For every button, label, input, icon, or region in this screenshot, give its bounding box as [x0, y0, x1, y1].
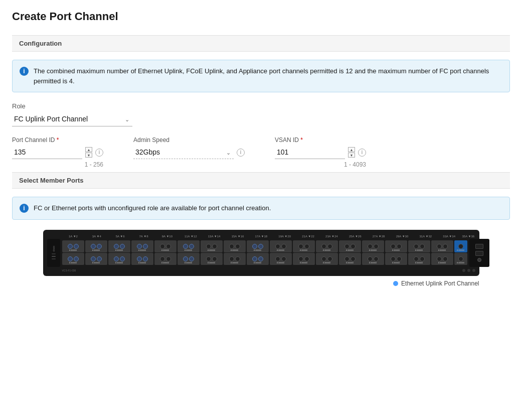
port-module-3[interactable]: A ⊞⊞⊞⊞A ⊞⊞⊞⊞ [108, 240, 130, 265]
port-hole-1-1 [68, 244, 73, 249]
port-slot-16[interactable]: A ⊞⊞⊞⊞ [224, 253, 246, 265]
port-hole-6-2 [120, 256, 125, 261]
cisco-logo-text: cisco [52, 246, 55, 251]
port-slot-18[interactable]: A ⊞⊞⊞⊞ [247, 253, 269, 265]
vsan-id-info-icon[interactable]: i [358, 149, 366, 157]
port-slot-29[interactable]: A ⊞⊞⊞⊞ [385, 240, 407, 252]
port-slot-35[interactable]: A ⊞⊞⊞⊞ [454, 240, 467, 252]
bottom-led-3 [472, 269, 475, 272]
port-hole-33-1 [437, 244, 442, 249]
port-module-17[interactable]: A ⊞⊞⊞⊞A ⊞⊞⊞⊞ [431, 240, 453, 265]
port-channel-id-increment[interactable]: ▲ [85, 147, 92, 152]
port-module-14[interactable]: A ⊞⊞⊞⊞A ⊞⊞⊞⊞ [362, 240, 384, 265]
port-slot-5[interactable]: A ⊞⊞⊞⊞ [108, 240, 130, 252]
port-hole-28-2 [374, 256, 379, 261]
port-hole-11-2 [189, 244, 194, 249]
port-channel-id-input[interactable] [12, 146, 82, 159]
port-card-text: A ⊞⊞⊞⊞ [316, 261, 338, 264]
port-slot-34[interactable]: A ⊞⊞⊞⊞ [431, 253, 453, 265]
port-hole-10-2 [166, 256, 171, 261]
bottom-led-1 [462, 269, 465, 272]
port-module-2[interactable]: A ⊞⊞⊞⊞A ⊞⊞⊞⊞ [85, 240, 107, 265]
port-slot-4[interactable]: A ⊞⊞⊞⊞ [85, 253, 107, 265]
port-slot-6[interactable]: A ⊞⊞⊞⊞ [108, 253, 130, 265]
port-module-12[interactable]: A ⊞⊞⊞⊞A ⊞⊞⊞⊞ [316, 240, 338, 265]
port-module-11[interactable]: A ⊞⊞⊞⊞A ⊞⊞⊞⊞ [293, 240, 315, 265]
device-bottom-row: VCS-F1-036 [47, 269, 475, 272]
configuration-section-header: Configuration [12, 35, 510, 52]
port-card-text: A ⊞⊞⊞⊞ [247, 261, 269, 264]
port-module-4[interactable]: A ⊞⊞⊞⊞A ⊞⊞⊞⊞ [131, 240, 153, 265]
port-module-9[interactable]: A ⊞⊞⊞⊞A ⊞⊞⊞⊞ [247, 240, 269, 265]
port-module-16[interactable]: A ⊞⊞⊞⊞A ⊞⊞⊞⊞ [408, 240, 430, 265]
port-hole-24-1 [321, 256, 326, 261]
port-hole-28-1 [368, 256, 373, 261]
port-module-1[interactable]: A ⊞⊞⊞⊞A ⊞⊞⊞⊞ [62, 240, 84, 265]
port-hole-11-1 [183, 244, 188, 249]
port-slot-23[interactable]: A ⊞⊞⊞⊞ [316, 240, 338, 252]
port-hole-21-2 [304, 244, 309, 249]
port-slot-17[interactable]: A ⊞⊞⊞⊞ [247, 240, 269, 252]
port-slot-11[interactable]: A ⊞⊞⊞⊞ [178, 240, 200, 252]
port-module-5[interactable]: A ⊞⊞⊞⊞A ⊞⊞⊞⊞ [154, 240, 177, 265]
port-slot-7[interactable]: A ⊞⊞⊞⊞ [131, 240, 153, 252]
port-slot-36[interactable]: A ⊞⊞⊞⊞ [454, 253, 467, 265]
port-module-18[interactable]: A ⊞⊞⊞⊞A ⊞⊞⊞⊞ [454, 240, 467, 265]
port-module-7[interactable]: A ⊞⊞⊞⊞A ⊞⊞⊞⊞ [201, 240, 223, 265]
port-slot-27[interactable]: A ⊞⊞⊞⊞ [362, 240, 384, 252]
port-slot-28[interactable]: A ⊞⊞⊞⊞ [362, 253, 384, 265]
port-hole-13-2 [212, 244, 217, 249]
port-card-text: A ⊞⊞⊞⊞ [108, 261, 130, 264]
port-module-6[interactable]: A ⊞⊞⊞⊞A ⊞⊞⊞⊞ [178, 240, 200, 265]
port-slot-21[interactable]: A ⊞⊞⊞⊞ [293, 240, 315, 252]
port-module-8[interactable]: A ⊞⊞⊞⊞A ⊞⊞⊞⊞ [224, 240, 246, 265]
port-slot-19[interactable]: A ⊞⊞⊞⊞ [270, 240, 292, 252]
port-card-text: A ⊞⊞⊞⊞ [224, 249, 246, 251]
port-slot-20[interactable]: A ⊞⊞⊞⊞ [270, 253, 292, 265]
port-module-13[interactable]: A ⊞⊞⊞⊞A ⊞⊞⊞⊞ [339, 240, 361, 265]
port-slot-32[interactable]: A ⊞⊞⊞⊞ [408, 253, 430, 265]
vsan-id-input[interactable] [275, 146, 345, 159]
port-slot-31[interactable]: A ⊞⊞⊞⊞ [408, 240, 430, 252]
port-slot-15[interactable]: A ⊞⊞⊞⊞ [224, 240, 246, 252]
vsan-id-decrement[interactable]: ▼ [348, 153, 355, 158]
port-slot-3[interactable]: A ⊞⊞⊞⊞ [85, 240, 107, 252]
port-slot-25[interactable]: A ⊞⊞⊞⊞ [339, 240, 361, 252]
port-hole-14-1 [206, 256, 211, 261]
port-hole-24-2 [327, 256, 332, 261]
admin-speed-group: Admin Speed 1Gbps 2Gbps 4Gbps 8Gbps 16Gb… [133, 136, 245, 159]
port-slot-22[interactable]: A ⊞⊞⊞⊞ [293, 253, 315, 265]
port-hole-23-1 [321, 244, 326, 249]
legend-label: Ethernet Uplink Port Channel [401, 280, 479, 287]
port-slot-26[interactable]: A ⊞⊞⊞⊞ [339, 253, 361, 265]
port-hole-31-1 [414, 244, 419, 249]
role-select[interactable]: FC Uplink Port Channel Ethernet Uplink F… [12, 112, 132, 126]
port-slot-9[interactable]: A ⊞⊞⊞⊞ [154, 240, 177, 252]
admin-speed-info-icon[interactable]: i [237, 149, 245, 157]
vsan-id-increment[interactable]: ▲ [348, 147, 355, 152]
port-module-15[interactable]: A ⊞⊞⊞⊞A ⊞⊞⊞⊞ [385, 240, 407, 265]
port-hole-27-1 [368, 244, 373, 249]
port-slot-8[interactable]: A ⊞⊞⊞⊞ [131, 253, 153, 265]
port-channel-id-info-icon[interactable]: i [95, 149, 103, 157]
port-slot-12[interactable]: A ⊞⊞⊞⊞ [178, 253, 200, 265]
port-card-text: A ⊞⊞⊞⊞ [339, 249, 361, 251]
port-module-10[interactable]: A ⊞⊞⊞⊞A ⊞⊞⊞⊞ [270, 240, 292, 265]
port-hole-17-1 [252, 244, 257, 249]
port-hole-22-2 [304, 256, 309, 261]
port-slot-14[interactable]: A ⊞⊞⊞⊞ [201, 253, 223, 265]
port-hole-14-2 [212, 256, 217, 261]
admin-speed-select[interactable]: 1Gbps 2Gbps 4Gbps 8Gbps 16Gbps 32Gbps [133, 146, 234, 159]
port-channel-id-range: 1 - 256 [12, 161, 103, 168]
port-slot-13[interactable]: A ⊞⊞⊞⊞ [201, 240, 223, 252]
port-slot-30[interactable]: A ⊞⊞⊞⊞ [385, 253, 407, 265]
port-hole-12-1 [183, 256, 188, 261]
port-slot-33[interactable]: A ⊞⊞⊞⊞ [431, 240, 453, 252]
port-slot-10[interactable]: A ⊞⊞⊞⊞ [154, 253, 177, 265]
port-slot-24[interactable]: A ⊞⊞⊞⊞ [316, 253, 338, 265]
vsan-id-label: VSAN ID * [275, 136, 366, 144]
port-slot-2[interactable]: A ⊞⊞⊞⊞ [62, 253, 84, 265]
port-hole-8-1 [137, 256, 142, 261]
port-slot-1[interactable]: A ⊞⊞⊞⊞ [62, 240, 84, 252]
port-channel-id-decrement[interactable]: ▼ [85, 153, 92, 158]
